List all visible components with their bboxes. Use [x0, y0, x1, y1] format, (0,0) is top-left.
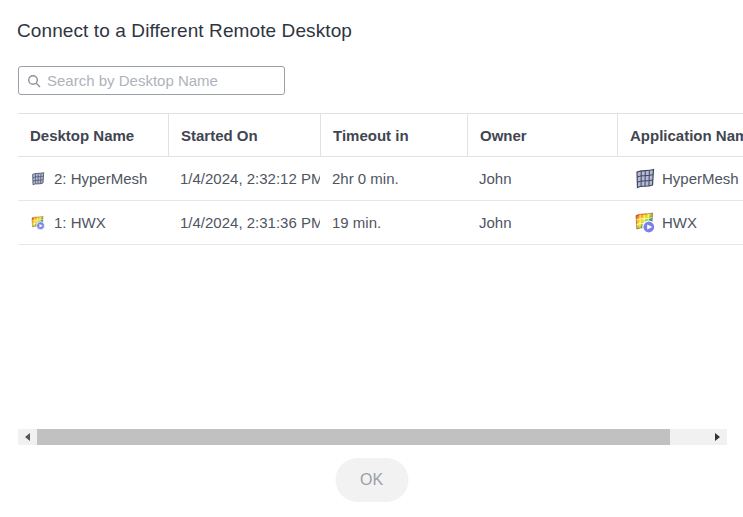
application-name-label: HyperMesh [662, 170, 739, 187]
column-header-owner[interactable]: Owner [467, 114, 617, 156]
search-icon [27, 74, 41, 88]
owner-cell: John [467, 201, 617, 244]
scrollbar-track[interactable] [670, 429, 708, 445]
desktop-name-cell: 1: HWX [18, 201, 168, 244]
table-row-hypermesh[interactable]: 2: HyperMesh 1/4/2024, 2:32:12 PM 2hr 0 … [18, 157, 743, 201]
table-row-hwx[interactable]: 1: HWX 1/4/2024, 2:31:36 PM 19 min. John… [18, 201, 743, 245]
owner-cell: John [467, 157, 617, 200]
scrollbar-right-arrow-button[interactable] [708, 429, 727, 445]
ok-button[interactable]: OK [335, 458, 408, 502]
hypermesh-mesh-icon [30, 171, 46, 187]
scrollbar-right-arrow-icon [715, 433, 720, 441]
desktop-grid: Desktop Name Started On Timeout in Owner… [18, 113, 743, 429]
desktop-name-cell: 2: HyperMesh [18, 157, 168, 200]
hwx-flag-icon [633, 211, 657, 235]
search-field[interactable] [18, 66, 285, 95]
column-header-desktop-name[interactable]: Desktop Name [18, 114, 168, 156]
application-name-cell: HyperMesh [617, 157, 743, 200]
application-name-cell: HWX [617, 201, 743, 244]
timeout-cell: 19 min. [320, 201, 467, 244]
column-header-started-on[interactable]: Started On [168, 114, 320, 156]
hwx-flag-icon [30, 215, 46, 231]
column-header-timeout-in[interactable]: Timeout in [320, 114, 467, 156]
hypermesh-mesh-icon [633, 167, 657, 191]
started-on-cell: 1/4/2024, 2:32:12 PM [168, 157, 320, 200]
grid-header-row: Desktop Name Started On Timeout in Owner… [18, 113, 743, 157]
started-on-cell: 1/4/2024, 2:31:36 PM [168, 201, 320, 244]
horizontal-scrollbar[interactable] [18, 429, 727, 445]
dialog-title: Connect to a Different Remote Desktop [17, 20, 352, 42]
column-header-application-name[interactable]: Application Name [617, 114, 743, 156]
scrollbar-thumb[interactable] [37, 429, 670, 445]
scrollbar-left-arrow-button[interactable] [18, 429, 37, 445]
timeout-cell: 2hr 0 min. [320, 157, 467, 200]
scrollbar-left-arrow-icon [25, 433, 30, 441]
desktop-name-label: 2: HyperMesh [54, 170, 147, 187]
remote-desktop-dialog: Connect to a Different Remote Desktop De… [0, 0, 743, 517]
search-input[interactable] [47, 72, 276, 89]
application-name-label: HWX [662, 214, 697, 231]
desktop-name-label: 1: HWX [54, 214, 106, 231]
